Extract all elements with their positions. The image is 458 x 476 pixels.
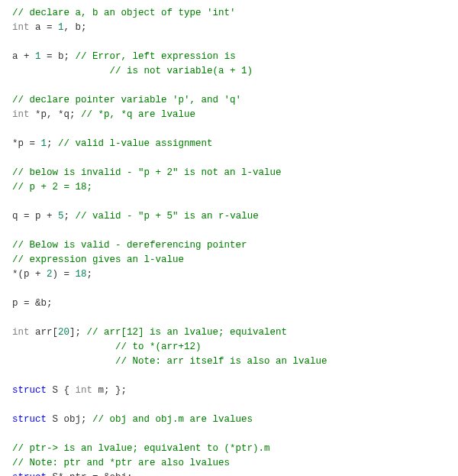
code-token: b	[41, 298, 47, 309]
code-token: ; };	[104, 385, 127, 396]
code-token	[12, 342, 115, 352]
code-token: // below is invalid - "p + 2" is not an …	[12, 167, 287, 178]
code-line	[12, 35, 446, 50]
code-token: ) =	[53, 269, 76, 280]
code-token: b	[58, 51, 64, 62]
code-token: , *	[47, 109, 64, 120]
code-token: 2	[47, 269, 53, 280]
code-token: S obj	[47, 414, 81, 425]
code-line: // Note: arr itself is also an lvalue	[12, 355, 446, 369]
code-line: q = p + 5; // valid - "p + 5" is an r-va…	[12, 209, 446, 224]
code-token: = &	[92, 472, 110, 476]
code-token: // *p, *q are lvalue	[81, 109, 195, 120]
code-token: {	[64, 385, 76, 396]
code-line: // Note: ptr and *ptr are also lvalues	[12, 456, 446, 471]
code-line: *(p + 2) = 18;	[12, 267, 446, 282]
code-token: struct	[12, 385, 47, 396]
code-token: ];	[69, 327, 87, 338]
code-line: // expression gives an l-value	[12, 253, 446, 267]
code-token: p	[35, 211, 47, 222]
code-token: q	[64, 109, 70, 120]
code-token: // ptr-> is an lvalue; equivalent to (*p…	[12, 443, 270, 454]
code-token: p	[41, 109, 47, 120]
code-token: // Note: ptr and *ptr are also lvalues	[12, 458, 230, 468]
code-token: p	[12, 298, 24, 309]
code-token: // obj and obj.m are lvalues	[92, 414, 253, 425]
code-line: p = &b;	[12, 296, 446, 311]
code-token: // Note: arr itself is also an lvalue	[115, 356, 327, 367]
code-token: ;	[127, 472, 133, 476]
code-token: S	[47, 385, 64, 396]
code-line: // Below is valid - dereferencing pointe…	[12, 238, 446, 253]
code-token: = &	[24, 298, 41, 309]
code-token: 5	[58, 211, 64, 222]
code-token: a	[12, 51, 24, 62]
code-line: *p = 1; // valid l-value assignment	[12, 137, 446, 151]
code-token: q	[12, 211, 24, 222]
code-token: struct	[12, 472, 47, 476]
code-token	[12, 66, 110, 76]
code-token: // valid l-value assignment	[58, 138, 213, 149]
code-token: a	[30, 22, 47, 33]
code-token: *	[12, 138, 18, 149]
code-token: ;	[64, 51, 76, 62]
code-token: int	[12, 327, 30, 338]
code-token: 1	[41, 138, 47, 149]
code-line: // declare pointer variable 'p', and 'q'	[12, 93, 446, 108]
code-block: // declare a, b an object of type 'int'i…	[0, 0, 458, 476]
code-token: ;	[87, 269, 93, 280]
code-token: p	[18, 138, 30, 149]
code-line: int *p, *q; // *p, *q are lvalue	[12, 108, 446, 122]
code-token: 1	[58, 22, 64, 33]
code-token: obj	[110, 472, 127, 476]
code-line	[12, 122, 446, 137]
code-line	[12, 311, 446, 325]
code-token: *	[58, 472, 69, 476]
code-line	[12, 195, 446, 209]
code-token: ;	[47, 298, 53, 309]
code-token: S	[47, 472, 58, 476]
code-line	[12, 151, 446, 166]
code-line: struct S* ptr = &obj;	[12, 471, 446, 476]
code-token: 18	[76, 269, 87, 280]
code-token	[12, 356, 115, 367]
code-token: ptr	[69, 472, 92, 476]
code-token: *	[30, 109, 41, 120]
code-token: ;	[69, 109, 81, 120]
code-line: // ptr-> is an lvalue; equivalent to (*p…	[12, 442, 446, 456]
code-token: // declare a, b an object of type 'int'	[12, 8, 236, 18]
code-token: 20	[58, 327, 69, 338]
code-token: // arr[12] is an lvalue; equivalent	[87, 327, 288, 338]
code-token: 1	[35, 51, 41, 62]
code-line: // p + 2 = 18;	[12, 180, 446, 195]
code-token: +	[47, 211, 58, 222]
code-line: int arr[20]; // arr[12] is an lvalue; eq…	[12, 325, 446, 340]
code-token: // Below is valid - dereferencing pointe…	[12, 240, 247, 251]
code-token: m	[92, 385, 104, 396]
code-line	[12, 224, 446, 238]
code-line	[12, 369, 446, 384]
code-token: // expression gives an l-value	[12, 254, 184, 265]
code-line: // below is invalid - "p + 2" is not an …	[12, 166, 446, 180]
code-line: // to *(arr+12)	[12, 340, 446, 355]
code-token: ;	[47, 138, 58, 149]
code-line	[12, 398, 446, 413]
code-token: int	[76, 385, 93, 396]
code-line: // is not variable(a + 1)	[12, 64, 446, 79]
code-token: // to *(arr+12)	[115, 342, 202, 352]
code-token: // is not variable(a + 1)	[110, 66, 253, 76]
code-token: =	[47, 22, 58, 33]
code-token: +	[35, 269, 47, 280]
code-token: =	[30, 138, 41, 149]
code-token: int	[12, 109, 30, 120]
code-token: ;	[81, 414, 92, 425]
code-line: int a = 1, b;	[12, 21, 446, 35]
code-token: , b;	[64, 22, 87, 33]
code-line: struct S { int m; };	[12, 384, 446, 398]
code-token: // declare pointer variable 'p', and 'q'	[12, 95, 241, 105]
code-line	[12, 427, 446, 442]
code-token: // p + 2 = 18;	[12, 182, 92, 193]
code-token: struct	[12, 414, 47, 425]
code-token: *(	[12, 269, 24, 280]
code-token: arr	[30, 327, 53, 338]
